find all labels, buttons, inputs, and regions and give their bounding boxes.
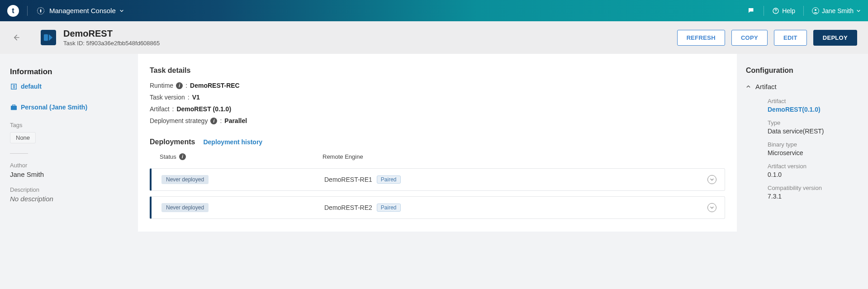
divider xyxy=(764,6,764,16)
info-icon[interactable]: i xyxy=(176,82,183,89)
help-link[interactable]: Help xyxy=(772,7,795,14)
expand-row-button[interactable] xyxy=(707,203,716,212)
colon: : xyxy=(185,82,187,89)
deploy-button[interactable]: DEPLOY xyxy=(813,30,857,46)
r-compat-lbl: Compatibility version xyxy=(768,185,858,191)
detail-strategy: Deployment strategy i : Parallel xyxy=(150,117,725,124)
tags-label: Tags xyxy=(10,122,127,128)
title-area: DemoREST Task ID: 5f903a36e2fbb548fd6088… xyxy=(33,28,160,47)
artifact-details: Artifact DemoREST(0.1.0) Type Data servi… xyxy=(746,98,858,200)
info-heading: Information xyxy=(10,67,127,76)
center-pane: Task details Runtime i : DemoREST-REC Ta… xyxy=(138,54,737,232)
task-id-line: Task ID: 5f903a36e2fbb548fd608865 xyxy=(63,40,160,47)
status-badge: Never deployed xyxy=(161,175,209,184)
engine-name: DemoREST-RE2 xyxy=(324,204,372,211)
r-type-lbl: Type xyxy=(768,119,858,126)
compass-icon xyxy=(36,6,46,16)
toolbar-actions: REFRESH COPY EDIT DEPLOY xyxy=(677,30,857,46)
author-label: Author xyxy=(10,162,127,169)
right-pane: Configuration Artifact Artifact DemoREST… xyxy=(737,54,868,232)
copy-button[interactable]: COPY xyxy=(731,30,768,46)
info-icon[interactable]: i xyxy=(179,153,186,160)
chevron-down-icon xyxy=(856,9,861,13)
paired-badge: Paired xyxy=(377,204,401,212)
config-heading: Configuration xyxy=(746,66,858,75)
divider xyxy=(803,6,804,16)
author-value: Jane Smith xyxy=(10,171,127,178)
detail-runtime: Runtime i : DemoREST-REC xyxy=(150,82,725,89)
task-type-icon xyxy=(41,30,56,45)
user-name-label: Jane Smith xyxy=(822,7,854,14)
paired-badge: Paired xyxy=(377,175,401,184)
app-switcher[interactable]: Management Console xyxy=(36,6,124,16)
strategy-label: Deployment strategy xyxy=(150,117,208,124)
page-toolbar: DemoREST Task ID: 5f903a36e2fbb548fd6088… xyxy=(0,21,868,54)
divider xyxy=(10,153,28,154)
environment-icon xyxy=(10,83,17,90)
artifact-accordion[interactable]: Artifact xyxy=(746,83,858,90)
detail-version: Task version : V1 xyxy=(150,94,725,101)
nav-item-default[interactable]: default xyxy=(10,83,127,90)
r-artifact-link[interactable]: DemoREST(0.1.0) xyxy=(768,106,858,113)
tag-none: None xyxy=(10,132,36,143)
left-pane: Information default Personal (Jane Smith… xyxy=(0,54,138,232)
deployments-header: Deployments Deployment history xyxy=(150,138,725,146)
chevron-down-icon xyxy=(119,9,124,13)
r-ver-lbl: Artifact version xyxy=(768,163,858,170)
chevron-up-icon xyxy=(746,84,751,89)
task-id-label: Task ID: xyxy=(63,40,85,47)
deployment-row: Never deployed DemoREST-RE2 Paired xyxy=(150,196,725,219)
status-badge: Never deployed xyxy=(161,203,209,212)
col-status-label: Status xyxy=(160,153,176,160)
colon: : xyxy=(220,117,222,124)
svg-rect-5 xyxy=(44,34,48,41)
artifact-section-label: Artifact xyxy=(755,83,777,90)
deployment-history-link[interactable]: Deployment history xyxy=(203,138,262,146)
description-label: Description xyxy=(10,186,127,193)
task-id-value: 5f903a36e2fbb548fd608865 xyxy=(86,40,160,47)
deployments-heading: Deployments xyxy=(150,138,195,146)
topbar-left: t Management Console xyxy=(7,5,124,17)
edit-button[interactable]: EDIT xyxy=(774,30,807,46)
page-title: DemoREST xyxy=(63,28,160,39)
notifications-icon[interactable] xyxy=(747,7,755,15)
info-icon[interactable]: i xyxy=(210,118,217,124)
content: Information default Personal (Jane Smith… xyxy=(0,54,868,232)
expand-row-button[interactable] xyxy=(707,175,716,184)
user-menu[interactable]: Jane Smith xyxy=(812,7,861,14)
nav-default-label: default xyxy=(21,83,42,90)
title-text: DemoREST Task ID: 5f903a36e2fbb548fd6088… xyxy=(63,28,160,47)
logo-icon[interactable]: t xyxy=(7,5,19,17)
details-heading: Task details xyxy=(150,66,725,75)
col-engine-label: Remote Engine xyxy=(323,153,715,160)
topbar-right: Help Jane Smith xyxy=(747,6,861,16)
topbar: t Management Console Help Jane Smith xyxy=(0,0,868,21)
nav-personal-label: Personal (Jane Smith) xyxy=(21,104,87,111)
strategy-value: Parallel xyxy=(224,117,247,124)
r-binary-val: Microservice xyxy=(768,149,858,156)
svg-point-4 xyxy=(815,9,816,11)
artifact-label: Artifact xyxy=(150,105,170,113)
nav-item-personal[interactable]: Personal (Jane Smith) xyxy=(10,104,127,111)
back-button[interactable] xyxy=(0,21,33,54)
runtime-label: Runtime xyxy=(150,82,173,89)
r-ver-val: 0.1.0 xyxy=(768,171,858,178)
workspace-icon xyxy=(10,104,17,111)
version-label: Task version xyxy=(150,94,185,101)
artifact-value: DemoREST (0.1.0) xyxy=(176,105,231,113)
r-artifact-lbl: Artifact xyxy=(768,98,858,104)
description-value: No description xyxy=(10,195,127,203)
detail-artifact: Artifact : DemoREST (0.1.0) xyxy=(150,105,725,113)
runtime-value: DemoREST-REC xyxy=(190,82,240,89)
refresh-button[interactable]: REFRESH xyxy=(677,30,725,46)
svg-rect-7 xyxy=(10,105,16,109)
deployments-table-header: Status i Remote Engine xyxy=(150,151,725,163)
colon: : xyxy=(188,94,190,101)
r-compat-val: 7.3.1 xyxy=(768,193,858,200)
app-name-label: Management Console xyxy=(49,7,116,14)
deployment-row: Never deployed DemoREST-RE1 Paired xyxy=(150,168,725,191)
r-binary-lbl: Binary type xyxy=(768,141,858,148)
r-type-val: Data service(REST) xyxy=(768,128,858,135)
svg-point-2 xyxy=(776,12,776,12)
divider xyxy=(27,6,28,16)
